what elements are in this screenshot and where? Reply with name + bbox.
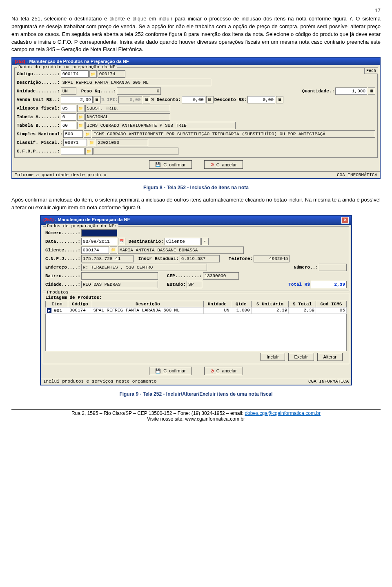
tabela-b-input[interactable]: 60 <box>61 122 76 129</box>
bairro-field <box>81 272 158 280</box>
title-number: (251) <box>43 217 54 222</box>
figure-9-caption: Figura 9 - Tela 252 - Incluir/Alterar/Ex… <box>11 391 381 397</box>
status-company: CGA INFORMÁTICA <box>308 379 349 384</box>
tabela-b-label: Tabela B.......: <box>17 123 60 128</box>
bairro-label: Bairro......: <box>45 273 80 278</box>
cfop-input[interactable] <box>61 148 85 155</box>
save-icon: 💾 <box>155 162 161 167</box>
table-cell: UN <box>204 307 231 314</box>
incluir-button[interactable]: Incluir <box>261 353 285 361</box>
simples-input[interactable]: 500 <box>63 130 83 138</box>
lookup-icon[interactable]: 📁 <box>84 130 91 138</box>
lookup-icon[interactable]: 📁 <box>89 70 97 78</box>
destinatario-input[interactable]: Cliente <box>165 238 200 245</box>
venda-input[interactable]: 2,39 <box>61 96 93 103</box>
produtos-table[interactable]: ItemCódigoDescriçãoUnidadeQtde$ Unitário… <box>45 301 347 314</box>
alterar-button[interactable]: Alterar <box>317 353 343 361</box>
calendar-icon[interactable]: 📅 <box>118 238 125 245</box>
tabela-a-desc: NACIONAL <box>85 113 170 121</box>
paragraph-1: Na tela 251, selecione o destinatário e … <box>11 15 381 54</box>
cep-label: CEP.........: <box>167 273 202 278</box>
peso-label: Peso Kg.....: <box>81 89 116 94</box>
listagem-label: Listagem de Produtos: <box>45 295 347 300</box>
column-header: Item <box>46 301 68 307</box>
cliente-name: MARIA ANTONIA BASSANE BONASSA <box>118 246 244 254</box>
dropdown-icon[interactable]: ▾ <box>201 238 209 245</box>
column-header: Cod ICMS <box>316 301 346 307</box>
quantidade-input[interactable]: 1,000 <box>335 87 367 95</box>
calc-icon[interactable]: 🖩 <box>94 96 101 103</box>
classif-label: Classif. Fiscal.: <box>17 140 62 145</box>
numero-label: Número......: <box>45 231 80 235</box>
fechar-button[interactable]: Fech <box>364 68 378 74</box>
lookup-icon[interactable]: 📁 <box>88 139 95 146</box>
numero-comp-label: Número..: <box>294 265 318 270</box>
tabela-a-label: Tabela A.......: <box>17 114 60 119</box>
column-header: $ Total <box>289 301 316 307</box>
aliquota-desc: SUBST. TRIB. <box>85 105 170 112</box>
title-number: (252) <box>15 59 25 64</box>
window-252: (252) - Manutenção de Produtos na Prepar… <box>11 57 381 179</box>
simples-desc: ICMS COBRADO ANTERIORMENTE POR SUBSTITUI… <box>92 130 375 138</box>
lookup-icon[interactable]: 📁 <box>77 122 85 129</box>
lookup-icon[interactable]: 📁 <box>85 148 93 155</box>
cancel-icon: ⊘ <box>210 368 214 374</box>
cidade-label: Cidade......: <box>45 282 80 287</box>
window-251: (251) - Manutenção de Preparação da NF ✕… <box>40 215 352 385</box>
column-header: Descrição <box>92 301 203 307</box>
calc-icon[interactable]: 🖩 <box>143 96 150 103</box>
cnpj-label: C.N.P.J.....: <box>45 256 80 261</box>
rdesc-input[interactable]: 0,00 <box>247 96 275 103</box>
telefone-field: 4932045 <box>254 255 290 262</box>
calc-icon[interactable]: 🖩 <box>206 96 214 103</box>
ipi-label: % IPI: <box>102 97 118 102</box>
close-icon[interactable]: ✕ <box>341 217 349 224</box>
descricao-label: Descrição......: <box>17 80 60 85</box>
confirmar-button[interactable]: 💾Confirmar <box>149 367 192 375</box>
paragraph-2: Após confirmar a inclusão do ítem, o sis… <box>11 196 381 212</box>
status-company: CGA INFORMÁTICA <box>337 173 377 177</box>
aliquota-input[interactable]: 05 <box>61 105 76 112</box>
excluir-button[interactable]: Excluir <box>288 353 314 361</box>
total-field: 2,39 <box>311 281 347 288</box>
table-cell: 000174 <box>68 307 92 314</box>
groupbox-label: Dados do produto na preparação da NF <box>17 65 117 69</box>
confirmar-button[interactable]: 💾CConfirmaronfirmar <box>149 160 192 169</box>
data-input[interactable]: 03/08/2011 <box>81 238 117 245</box>
cancelar-button[interactable]: ⊘Cancelar <box>204 367 243 375</box>
cidade-field: RIO DAS PEDRAS <box>81 281 158 288</box>
page-number: 17 <box>11 7 381 13</box>
codigo-input[interactable]: 000174 <box>61 70 89 78</box>
footer-email-link[interactable]: dobes.cga@cgainformatica.com.br <box>245 410 321 416</box>
numero-input[interactable] <box>81 229 117 237</box>
tabela-a-input[interactable]: 0 <box>61 113 76 121</box>
classif-input[interactable]: 00071 <box>63 139 87 146</box>
table-cell: 2,39 <box>289 307 316 314</box>
cliente-label: Cliente.....: <box>45 248 80 253</box>
calc-icon[interactable]: 🖩 <box>276 96 283 103</box>
column-header: Qtde <box>231 301 251 307</box>
figure-8-caption: Figura 8 - Tela 252 - Inclusão de itens … <box>11 185 381 190</box>
calc-icon[interactable]: 🖩 <box>368 87 375 95</box>
estado-field: SP <box>187 281 202 288</box>
pdesc-input[interactable]: 0,00 <box>182 96 205 103</box>
cliente-input[interactable]: 000174 <box>81 246 109 254</box>
lookup-icon[interactable]: 📁 <box>110 246 117 254</box>
produtos-label: Produtos <box>46 290 70 295</box>
endereco-label: Endereço....: <box>45 265 80 270</box>
titlebar-252: (252) - Manutenção de Produtos na Prepar… <box>12 58 380 65</box>
column-header: $ Unitário <box>251 301 288 307</box>
footer-site: www.cgainformatica.com.br <box>185 416 245 422</box>
lookup-icon[interactable]: 📁 <box>77 113 85 121</box>
data-label: Data........: <box>45 239 80 244</box>
lookup-icon[interactable]: 📁 <box>77 105 85 112</box>
destinatario-label: Destinatário: <box>129 239 164 244</box>
codigo-readonly: 000174 <box>98 70 125 78</box>
simples-label: Simples Nacional: <box>17 132 62 137</box>
total-label: Total R$ <box>288 282 310 287</box>
table-row[interactable]: ▶ 001000174SPAL REFRIG FANTA LARANJA 600… <box>46 307 347 314</box>
ipi-field: 0,00 <box>118 96 142 103</box>
cancelar-button[interactable]: ⊘Cancelar <box>204 160 243 169</box>
rdesc-label: Desconto R$: <box>214 97 247 102</box>
cep-field: 13390000 <box>203 272 239 280</box>
